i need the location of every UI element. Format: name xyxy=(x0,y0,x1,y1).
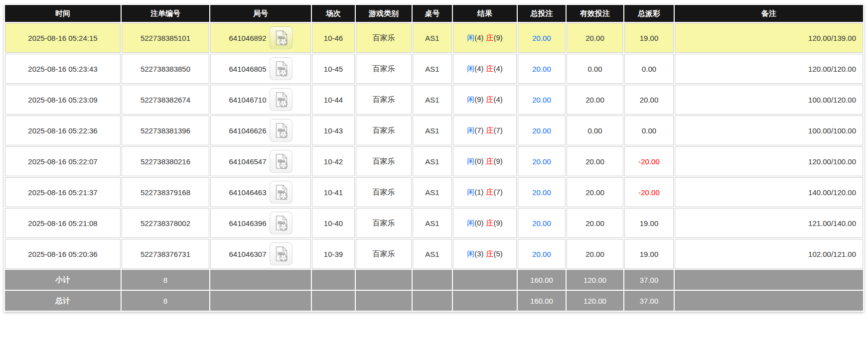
cell-bet-id: 522738381396 xyxy=(122,115,209,145)
subtotal-total-bet: 160.00 xyxy=(518,270,566,290)
round-number: 641046710 xyxy=(229,96,266,104)
cell-table-no: AS1 xyxy=(413,177,452,207)
cell-remark: 140.00/120.00 xyxy=(675,177,863,207)
cell-round: 641046307 xyxy=(210,239,311,269)
grand-total-count: 8 xyxy=(122,291,209,311)
cell-total-payout: 20.00 xyxy=(624,85,674,115)
cell-round: 641046892 xyxy=(210,23,311,53)
cell-valid-bet: 20.00 xyxy=(567,208,623,238)
cell-result: 闲(7)庄(7) xyxy=(453,115,517,145)
cell-result: 闲(1)庄(7) xyxy=(453,177,517,207)
cell-total-bet: 20.00 xyxy=(518,85,566,115)
cell-remark: 120.00/120.00 xyxy=(675,54,863,84)
banker-score: (7) xyxy=(494,126,503,134)
cell-remark: 120.00/100.00 xyxy=(675,146,863,176)
video-document-icon xyxy=(273,91,289,108)
cell-round: 641046626 xyxy=(210,115,311,145)
col-header-session: 场次 xyxy=(312,5,355,22)
banker-score: (9) xyxy=(494,219,503,227)
cell-game-type: 百家乐 xyxy=(356,54,412,84)
cell-time: 2025-08-16 05:21:37 xyxy=(5,177,121,207)
cell-session: 10-46 xyxy=(312,23,355,53)
round-number: 641046892 xyxy=(229,34,266,42)
grand-total-label: 总计 xyxy=(5,291,121,311)
col-header-bet-id: 注单编号 xyxy=(122,5,209,22)
cell-total-bet: 20.00 xyxy=(518,54,566,84)
cell-total-payout: 19.00 xyxy=(624,23,674,53)
col-header-remark: 备注 xyxy=(675,5,863,22)
cell-valid-bet: 20.00 xyxy=(567,85,623,115)
grand-total-row: 总计 8 160.00 120.00 37.00 xyxy=(5,291,863,311)
cell-table-no: AS1 xyxy=(413,54,452,84)
cell-total-bet: 20.00 xyxy=(518,177,566,207)
video-document-icon xyxy=(273,184,289,201)
player-score: (7) xyxy=(474,126,483,134)
empty-cell xyxy=(453,291,517,311)
cell-total-payout: 19.00 xyxy=(624,239,674,269)
player-label: 闲 xyxy=(467,188,474,196)
video-document-icon xyxy=(273,122,289,139)
cell-round: 641046463 xyxy=(210,177,311,207)
video-replay-button[interactable] xyxy=(270,88,292,111)
video-replay-button[interactable] xyxy=(270,242,292,265)
col-header-valid-bet: 有效投注 xyxy=(567,5,623,22)
grand-total-total-payout: 37.00 xyxy=(624,291,674,311)
cell-bet-id: 522738383850 xyxy=(122,54,209,84)
banker-score: (4) xyxy=(494,64,503,73)
video-replay-button[interactable] xyxy=(270,119,292,142)
round-number: 641046396 xyxy=(229,219,266,228)
video-replay-button[interactable] xyxy=(270,150,292,173)
grand-total-valid-bet: 120.00 xyxy=(567,291,623,311)
cell-session: 10-44 xyxy=(312,85,355,115)
cell-valid-bet: 20.00 xyxy=(567,23,623,53)
player-label: 闲 xyxy=(467,95,474,104)
cell-bet-id: 522738376731 xyxy=(122,239,209,269)
round-number: 641046307 xyxy=(229,250,266,258)
video-replay-button[interactable] xyxy=(270,181,292,204)
video-replay-button[interactable] xyxy=(270,26,292,49)
cell-result: 闲(0)庄(9) xyxy=(453,146,517,176)
player-score: (4) xyxy=(474,33,483,42)
cell-round: 641046396 xyxy=(210,208,311,238)
empty-cell xyxy=(312,270,355,290)
table-row: 2025-08-16 05:22:07 522738380216 6410465… xyxy=(5,146,863,176)
cell-result: 闲(4)庄(9) xyxy=(453,23,517,53)
cell-bet-id: 522738382674 xyxy=(122,85,209,115)
col-header-total-payout: 总派彩 xyxy=(624,5,674,22)
empty-cell xyxy=(210,270,311,290)
bet-records-table: 时间 注单编号 局号 场次 游戏类别 桌号 结果 总投注 有效投注 总派彩 备注… xyxy=(4,4,864,312)
cell-total-payout: 0.00 xyxy=(624,115,674,145)
cell-bet-id: 522738379168 xyxy=(122,177,209,207)
cell-game-type: 百家乐 xyxy=(356,146,412,176)
cell-game-type: 百家乐 xyxy=(356,208,412,238)
empty-cell xyxy=(312,291,355,311)
cell-remark: 121.00/140.00 xyxy=(675,208,863,238)
player-label: 闲 xyxy=(467,249,474,258)
video-replay-button[interactable] xyxy=(270,212,292,234)
cell-total-bet: 20.00 xyxy=(518,208,566,238)
player-score: (0) xyxy=(474,219,483,227)
player-label: 闲 xyxy=(467,157,474,165)
video-replay-button[interactable] xyxy=(270,57,292,80)
banker-score: (5) xyxy=(494,249,503,258)
cell-session: 10-39 xyxy=(312,239,355,269)
empty-cell xyxy=(453,270,517,290)
banker-label: 庄 xyxy=(486,188,494,196)
empty-cell xyxy=(356,270,412,290)
cell-time: 2025-08-16 05:21:08 xyxy=(5,208,121,238)
col-header-round: 局号 xyxy=(210,5,311,22)
subtotal-total-payout: 37.00 xyxy=(624,270,674,290)
cell-time: 2025-08-16 05:20:36 xyxy=(5,239,121,269)
cell-session: 10-40 xyxy=(312,208,355,238)
cell-total-bet: 20.00 xyxy=(518,239,566,269)
col-header-result: 结果 xyxy=(453,5,517,22)
banker-label: 庄 xyxy=(486,157,494,165)
table-row: 2025-08-16 05:21:37 522738379168 6410464… xyxy=(5,177,863,207)
cell-table-no: AS1 xyxy=(413,239,452,269)
player-score: (9) xyxy=(474,95,483,104)
cell-round: 641046805 xyxy=(210,54,311,84)
cell-bet-id: 522738385101 xyxy=(122,23,209,53)
video-document-icon xyxy=(273,245,289,262)
table-row: 2025-08-16 05:24:15 522738385101 6410468… xyxy=(5,23,863,53)
cell-valid-bet: 0.00 xyxy=(567,54,623,84)
